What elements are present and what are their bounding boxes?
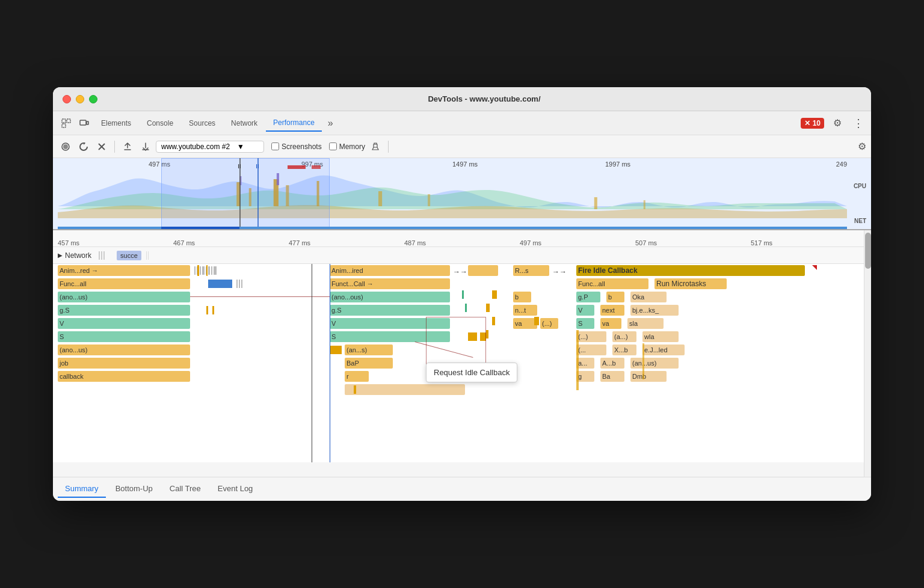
dots-block[interactable]: (...)	[540, 318, 558, 329]
gp-block[interactable]: g.P	[576, 292, 600, 302]
scrollbar-thumb[interactable]	[865, 233, 871, 269]
yellow-tick-1	[492, 290, 497, 299]
bj-block[interactable]: bj.e...ks_	[630, 305, 679, 316]
ruler-mark-507: 507 ms	[635, 239, 751, 247]
tab-event-log[interactable]: Event Log	[211, 480, 260, 498]
tab-performance[interactable]: Performance	[266, 115, 322, 132]
tab-bottom-up[interactable]: Bottom-Up	[108, 480, 160, 498]
flame-rows[interactable]: Anim...red →	[53, 264, 871, 462]
a-block-right2[interactable]: a...	[576, 358, 594, 369]
va-block-right[interactable]: va	[600, 318, 621, 329]
vertical-scrollbar[interactable]	[864, 230, 871, 477]
ejled-block[interactable]: e.J...led	[642, 345, 685, 355]
tab-sources[interactable]: Sources	[182, 115, 223, 131]
ans-mid[interactable]: (an...s)	[345, 345, 393, 355]
error-badge[interactable]: ✕ 10	[801, 118, 824, 129]
fire-idle-callback[interactable]: Fire Idle Callback	[576, 265, 805, 276]
url-selector[interactable]: www.youtube.com #2 ▼	[156, 141, 264, 153]
memory-toggle[interactable]: Memory	[329, 142, 365, 151]
wla-block[interactable]: wla	[642, 331, 679, 342]
s-block-right[interactable]: S	[576, 318, 594, 329]
screenshots-checkbox[interactable]	[271, 142, 279, 150]
cpu-label: CPU	[854, 183, 866, 189]
flame-row-3: g.S g.S n...t V next bj.e...ks_	[53, 304, 871, 317]
maximize-button[interactable]	[89, 95, 97, 103]
yellow-block-right[interactable]	[468, 265, 498, 276]
gs-mid[interactable]: g.S	[330, 305, 450, 316]
performance-settings-button[interactable]: ⚙	[858, 141, 866, 152]
reload-record-button[interactable]	[76, 139, 91, 155]
anim-red-left[interactable]: Anim...red →	[58, 265, 190, 276]
upload-button[interactable]	[120, 139, 135, 155]
a-block-right[interactable]: (a...)	[612, 331, 636, 342]
job-left[interactable]: job	[58, 358, 190, 369]
dots-block-right[interactable]: (...)	[576, 331, 606, 342]
va-block[interactable]: va	[513, 318, 537, 329]
device-icon[interactable]	[76, 115, 93, 132]
cursor-icon[interactable]	[58, 115, 75, 132]
svg-rect-17	[644, 200, 645, 209]
network-badge: succe	[117, 251, 141, 260]
yellow-tick-4	[534, 317, 539, 325]
s-left[interactable]: S	[58, 331, 190, 342]
toolbar-separator-2	[388, 141, 389, 153]
tab-elements[interactable]: Elements	[94, 115, 138, 131]
net-label: NET	[854, 218, 866, 224]
tab-summary[interactable]: Summary	[58, 480, 106, 498]
anim-ired-mid[interactable]: Anim...ired	[330, 265, 450, 276]
bap-mid[interactable]: BaP	[345, 358, 393, 369]
nt-block[interactable]: n...t	[513, 305, 537, 316]
toolbar-separator-1	[114, 141, 115, 153]
tab-console[interactable]: Console	[140, 115, 180, 131]
time-ruler: 457 ms 467 ms 477 ms 487 ms 497 ms 507 m…	[53, 230, 871, 247]
gs-left[interactable]: g.S	[58, 305, 190, 316]
next-block[interactable]: next	[600, 305, 624, 316]
paren-l-block[interactable]: (...	[576, 345, 606, 355]
ba-block[interactable]: Ba	[600, 371, 624, 382]
memory-checkbox[interactable]	[329, 142, 337, 150]
oka-block[interactable]: Oka	[630, 292, 667, 302]
timeline-overview[interactable]: 497 ms 997 ms 1497 ms 1997 ms 249	[53, 158, 871, 230]
b-block-right[interactable]: b	[606, 292, 624, 302]
tab-network[interactable]: Network	[224, 115, 265, 131]
more-tabs-button[interactable]: »	[323, 115, 338, 131]
record-button[interactable]	[58, 139, 73, 155]
run-microtasks[interactable]: Run Microtasks	[654, 278, 727, 289]
screenshots-toggle[interactable]: Screenshots	[271, 142, 322, 151]
g-block-right[interactable]: g	[576, 371, 594, 382]
v-left[interactable]: V	[58, 318, 190, 329]
func-all-right[interactable]: Func...all	[576, 278, 648, 289]
minimize-button[interactable]	[76, 95, 84, 103]
pause-icon-1: ⏸	[236, 163, 242, 170]
download-button[interactable]	[138, 139, 153, 155]
network-expand-icon[interactable]: ▶	[58, 252, 63, 259]
clear-button[interactable]	[94, 139, 109, 155]
funct-call-mid[interactable]: Funct...Call →	[330, 278, 450, 289]
ruler-mark-457: 457 ms	[58, 239, 173, 247]
settings-button[interactable]: ⚙	[829, 115, 846, 132]
net-tick-3	[103, 251, 105, 260]
close-button[interactable]	[63, 95, 71, 103]
b-block-1[interactable]: b	[513, 292, 531, 302]
v-block-right[interactable]: V	[576, 305, 594, 316]
ab-block[interactable]: A...b	[600, 358, 624, 369]
orange-1[interactable]	[345, 384, 465, 395]
ano-us-left-2[interactable]: (ano...us)	[58, 345, 190, 355]
memory-label: Memory	[339, 142, 365, 151]
sla-block[interactable]: sla	[627, 318, 664, 329]
right-yellow-bar-2	[642, 343, 644, 379]
anus-block[interactable]: (an...us)	[630, 358, 679, 369]
more-options-button[interactable]: ⋮	[851, 114, 866, 132]
error-icon: ✕	[804, 119, 810, 127]
clear-recording-button[interactable]	[368, 139, 383, 155]
dmb-block[interactable]: Dmb	[630, 371, 667, 382]
ano-us-left[interactable]: (ano...us)	[58, 292, 190, 302]
ano-ous-mid[interactable]: (ano...ous)	[330, 292, 450, 302]
r-mid[interactable]: r	[345, 371, 369, 382]
func-all-left[interactable]: Func...all	[58, 278, 190, 289]
arrow-2: →→	[552, 268, 567, 276]
xb-block[interactable]: X...b	[612, 345, 636, 355]
tab-call-tree[interactable]: Call Tree	[162, 480, 208, 498]
rs-block[interactable]: R...s	[513, 265, 549, 276]
callback-left[interactable]: callback	[58, 371, 190, 382]
